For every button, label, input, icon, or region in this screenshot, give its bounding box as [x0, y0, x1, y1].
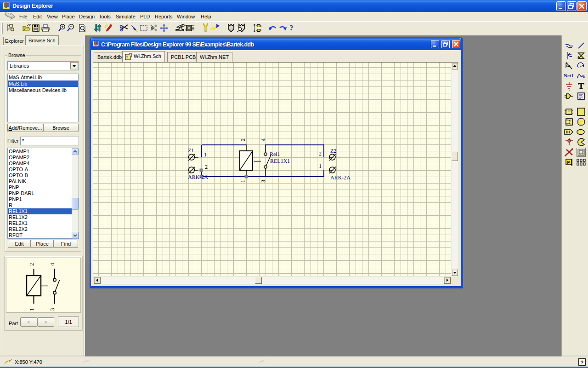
svg-text:REL1X1: REL1X1	[270, 158, 290, 164]
svg-text:?: ?	[126, 55, 128, 59]
svg-text:ARK-2A: ARK-2A	[188, 174, 208, 180]
svg-text:1: 1	[319, 163, 322, 169]
svg-text:Z1: Z1	[188, 147, 194, 154]
svg-text:D1: D1	[565, 130, 571, 134]
svg-text:?: ?	[581, 360, 584, 365]
svg-text:2: 2	[205, 164, 208, 170]
svg-text:1: 1	[28, 308, 35, 311]
svg-text:3: 3	[260, 180, 266, 183]
svg-text:3: 3	[49, 308, 56, 311]
svg-text:Rel1: Rel1	[270, 151, 280, 157]
svg-text:2: 2	[319, 150, 322, 157]
svg-text:2: 2	[28, 263, 35, 266]
svg-text:4: 4	[260, 138, 266, 141]
svg-text:1: 1	[204, 151, 207, 158]
svg-text:1: 1	[240, 180, 246, 183]
svg-text:4: 4	[49, 263, 56, 266]
svg-text:2: 2	[240, 138, 246, 141]
svg-text:Net1: Net1	[564, 73, 574, 78]
svg-text:ARK-2A: ARK-2A	[330, 174, 351, 181]
svg-text:P: P	[567, 160, 570, 165]
svg-text:Z2: Z2	[330, 148, 336, 154]
